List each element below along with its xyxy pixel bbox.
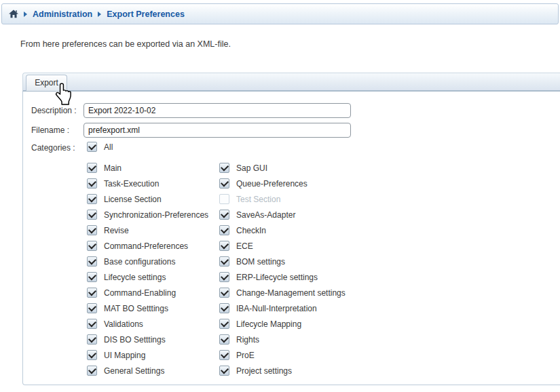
category-label: Command-Preferences [104,241,188,251]
category-checkbox[interactable] [219,334,229,345]
category-checkbox[interactable] [87,334,97,345]
tab-export[interactable]: Export [26,75,67,91]
category-row: Command-EnablingChange-Management settin… [87,285,346,300]
category-row: Command-PreferencesECE [87,238,346,254]
category-label: Rights [236,335,259,345]
all-checkbox[interactable] [87,142,97,152]
export-panel: Description : Filename : Categories : Al… [22,92,560,385]
category-checkbox[interactable] [87,256,97,267]
category-cell: License Section [87,191,219,207]
category-cell: Revise [87,222,219,238]
category-label: Command-Enabling [104,288,176,298]
category-checkbox[interactable] [87,225,97,235]
category-checkbox[interactable] [87,366,97,376]
category-cell: Command-Enabling [87,285,219,300]
categories-label: Categories : [31,141,75,155]
intro-text: From here preferences can be exported vi… [20,39,231,49]
category-label: Project settings [236,366,292,376]
category-checkbox [219,194,229,204]
category-label: CheckIn [236,226,266,235]
category-label: License Section [104,195,162,204]
category-checkbox[interactable] [219,210,229,220]
category-label: Revise [104,226,129,235]
category-label: Validations [104,319,143,329]
category-cell: UI Mapping [87,347,219,363]
category-cell: DIS BO Setttings [87,332,219,347]
category-row: ReviseCheckIn [87,222,346,238]
category-cell: Test Section [219,191,280,207]
category-row: License SectionTest Section [87,191,346,207]
category-label: ERP-Lifecycle settings [236,273,318,282]
category-checkbox[interactable] [87,319,97,329]
category-checkbox[interactable] [219,163,229,173]
category-label: ProE [236,351,255,360]
category-checkbox[interactable] [219,366,229,376]
category-checkbox[interactable] [219,303,229,313]
category-label: UI Mapping [104,351,145,360]
category-row: MAT BO SetttingsIBA-Null-Interpretation [87,300,346,316]
category-checkbox[interactable] [219,350,229,360]
home-icon[interactable] [9,9,18,18]
category-checkbox[interactable] [219,225,229,235]
category-cell: SaveAs-Adapter [219,207,295,222]
category-label: Lifecycle Mapping [236,319,301,329]
category-cell: Change-Management settings [219,285,346,300]
category-checkbox[interactable] [87,350,97,360]
category-checkbox[interactable] [219,288,229,298]
category-cell: CheckIn [219,222,266,238]
breadcrumb-export-preferences[interactable]: Export Preferences [107,9,185,19]
category-checkbox[interactable] [87,303,97,313]
category-checkbox[interactable] [87,178,97,189]
breadcrumb: Administration Export Preferences [1,3,559,24]
all-row: All [87,140,113,154]
category-label: General Settings [104,366,164,376]
category-label: BOM settings [236,257,285,267]
category-label: Base configurations [104,257,175,267]
category-checkbox[interactable] [87,272,97,282]
category-label: MAT BO Setttings [104,304,168,313]
category-label: ECE [236,241,253,251]
category-row: ValidationsLifecycle Mapping [87,316,346,332]
category-cell: Lifecycle Mapping [219,316,301,332]
category-checkbox[interactable] [219,319,229,329]
tab-strip: Export [22,73,560,92]
category-checkbox[interactable] [219,256,229,267]
category-row: General SettingsProject settings [87,363,346,378]
category-checkbox[interactable] [87,288,97,298]
category-checkbox[interactable] [219,272,229,282]
category-cell: Lifecycle settings [87,269,219,285]
category-label: Main [104,163,122,173]
category-label: DIS BO Setttings [104,335,166,345]
category-label: IBA-Null-Interpretation [236,304,317,313]
category-cell: ProE [219,347,255,363]
description-label: Description : [31,104,77,118]
category-checkbox[interactable] [87,194,97,204]
category-label: Lifecycle settings [104,273,166,282]
category-row: UI MappingProE [87,347,346,363]
category-cell: Task-Execution [87,176,219,191]
description-input[interactable] [83,103,351,118]
category-cell: BOM settings [219,254,285,269]
category-row: Lifecycle settingsERP-Lifecycle settings [87,269,346,285]
category-row: Task-ExecutionQueue-Preferences [87,176,346,191]
category-label: Queue-Preferences [236,179,307,189]
category-cell: Command-Preferences [87,238,219,254]
category-cell: General Settings [87,363,219,378]
category-checkbox[interactable] [87,241,97,251]
breadcrumb-administration[interactable]: Administration [33,9,92,19]
category-checkbox[interactable] [87,163,97,173]
category-cell: ERP-Lifecycle settings [219,269,318,285]
category-cell: Sap GUI [219,160,267,176]
category-label: SaveAs-Adapter [236,210,295,220]
category-cell: Queue-Preferences [219,176,307,191]
category-cell: Synchronization-Preferences [87,207,219,222]
category-label: Test Section [236,195,280,204]
category-grid: MainSap GUITask-ExecutionQueue-Preferenc… [87,160,346,378]
category-checkbox[interactable] [219,178,229,189]
category-checkbox[interactable] [87,210,97,220]
category-row: DIS BO SetttingsRights [87,332,346,347]
category-row: Synchronization-PreferencesSaveAs-Adapte… [87,207,346,222]
category-checkbox[interactable] [219,241,229,251]
category-label: Task-Execution [104,179,159,189]
filename-input[interactable] [83,123,351,138]
